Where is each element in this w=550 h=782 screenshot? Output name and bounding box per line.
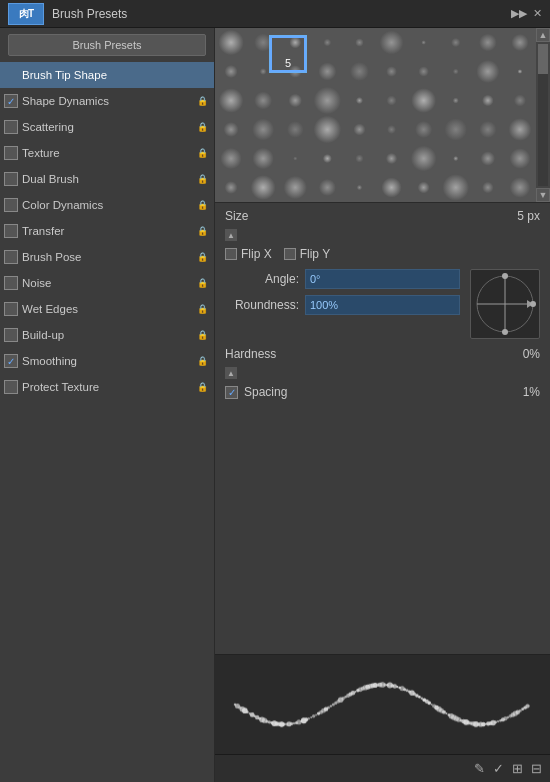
lock-icon-scattering: 🔒 [197,122,208,132]
spacing-value: 1% [523,385,540,399]
brush-selected-number: 5 [285,57,291,69]
checkbox-shape-dynamics[interactable] [4,94,18,108]
svg-point-6 [502,329,508,335]
label-dual-brush: Dual Brush [22,173,197,185]
left-panel: Brush Presets Brush Tip ShapeShape Dynam… [0,28,215,782]
edit-icon[interactable]: ✎ [474,761,485,776]
hardness-value: 0% [523,347,540,361]
lock-icon-wet-edges: 🔒 [197,304,208,314]
brush-selected-indicator: 5 [270,36,306,72]
scroll-up-button[interactable]: ▲ [536,28,550,42]
stroke-canvas [215,655,550,754]
top-bar: 肉T Brush Presets ▶▶ ✕ [0,0,550,28]
label-smoothing: Smoothing [22,355,197,367]
spacing-checkbox[interactable] [225,386,238,399]
panel-list: Brush Tip ShapeShape Dynamics🔒Scattering… [0,62,214,782]
lock-icon-color-dynamics: 🔒 [197,200,208,210]
sidebar-item-build-up[interactable]: Build-up🔒 [0,322,214,348]
sidebar-item-wet-edges[interactable]: Wet Edges🔒 [0,296,214,322]
lock-icon-shape-dynamics: 🔒 [197,96,208,106]
sidebar-item-dual-brush[interactable]: Dual Brush🔒 [0,166,214,192]
expand-icon[interactable]: ▶▶ [511,7,527,20]
checkbox-brush-pose[interactable] [4,250,18,264]
checkbox-color-dynamics[interactable] [4,198,18,212]
flip-y-label: Flip Y [300,247,330,261]
preview-scrollbar: ▲ ▼ [536,28,550,202]
sidebar-item-transfer[interactable]: Transfer🔒 [0,218,214,244]
collapse-arrow-2[interactable]: ▲ [225,367,237,379]
bottom-stroke-preview [215,654,550,754]
label-brush-pose: Brush Pose [22,251,197,263]
controls-area: Size 5 px ▲ Flip X Flip Y Angle [215,203,550,654]
checkbox-wet-edges[interactable] [4,302,18,316]
flip-y-item: Flip Y [284,247,330,261]
check-icon[interactable]: ✓ [493,761,504,776]
sidebar-item-smoothing[interactable]: Smoothing🔒 [0,348,214,374]
sidebar-item-shape-dynamics[interactable]: Shape Dynamics🔒 [0,88,214,114]
flip-y-checkbox[interactable] [284,248,296,260]
checkbox-protect-texture[interactable] [4,380,18,394]
label-color-dynamics: Color Dynamics [22,199,197,211]
angle-input[interactable] [305,269,460,289]
main-layout: Brush Presets Brush Tip ShapeShape Dynam… [0,28,550,782]
label-build-up: Build-up [22,329,197,341]
sidebar-item-protect-texture[interactable]: Protect Texture🔒 [0,374,214,400]
label-noise: Noise [22,277,197,289]
label-transfer: Transfer [22,225,197,237]
lock-icon-smoothing: 🔒 [197,356,208,366]
lock-icon-noise: 🔒 [197,278,208,288]
angle-label: Angle: [225,272,305,286]
close-icon[interactable]: ✕ [533,7,542,20]
scroll-thumb[interactable] [538,44,548,74]
scroll-track [538,44,548,186]
right-panel: 5 ▲ ▼ Size 5 px ▲ Flip X [215,28,550,782]
sidebar-item-scattering[interactable]: Scattering🔒 [0,114,214,140]
flip-row: Flip X Flip Y [225,247,540,261]
roundness-input[interactable] [305,295,460,315]
collapse-arrow-1[interactable]: ▲ [225,229,237,241]
bottom-toolbar: ✎ ✓ ⊞ ⊟ [215,754,550,782]
flip-x-checkbox[interactable] [225,248,237,260]
app-logo: 肉T [8,3,44,25]
lock-icon-brush-pose: 🔒 [197,252,208,262]
size-label: Size [225,209,248,223]
brush-presets-button[interactable]: Brush Presets [8,34,206,56]
label-shape-dynamics: Shape Dynamics [22,95,197,107]
lock-icon-texture: 🔒 [197,148,208,158]
lock-icon-build-up: 🔒 [197,330,208,340]
checkbox-texture[interactable] [4,146,18,160]
sidebar-item-noise[interactable]: Noise🔒 [0,270,214,296]
checkbox-scattering[interactable] [4,120,18,134]
minus-icon[interactable]: ⊟ [531,761,542,776]
label-texture: Texture [22,147,197,159]
label-scattering: Scattering [22,121,197,133]
scroll-down-button[interactable]: ▼ [536,188,550,202]
angle-roundness-area: Angle: Roundness: [225,269,540,339]
angle-preview-circle [470,269,540,339]
label-protect-texture: Protect Texture [22,381,197,393]
checkbox-dual-brush[interactable] [4,172,18,186]
size-row: Size 5 px [225,209,540,223]
lock-icon-protect-texture: 🔒 [197,382,208,392]
sidebar-item-color-dynamics[interactable]: Color Dynamics🔒 [0,192,214,218]
lock-icon-transfer: 🔒 [197,226,208,236]
sidebar-item-texture[interactable]: Texture🔒 [0,140,214,166]
lock-icon-dual-brush: 🔒 [197,174,208,184]
hardness-label: Hardness [225,347,276,361]
hardness-row: Hardness 0% [225,347,540,361]
checkbox-noise[interactable] [4,276,18,290]
checkbox-transfer[interactable] [4,224,18,238]
checkbox-smoothing[interactable] [4,354,18,368]
sidebar-item-brush-pose[interactable]: Brush Pose🔒 [0,244,214,270]
sidebar-item-brush-tip-shape[interactable]: Brush Tip Shape [0,62,214,88]
grid-icon[interactable]: ⊞ [512,761,523,776]
angle-preview-svg [471,270,539,338]
checkbox-build-up[interactable] [4,328,18,342]
spacing-row: Spacing 1% [225,385,540,399]
spacing-label: Spacing [244,385,517,399]
panel-title: Brush Presets [52,7,511,21]
size-value: 5 px [517,209,540,223]
brush-canvas [215,28,550,202]
label-brush-tip-shape: Brush Tip Shape [22,69,208,81]
brush-preview-area: 5 ▲ ▼ [215,28,550,203]
